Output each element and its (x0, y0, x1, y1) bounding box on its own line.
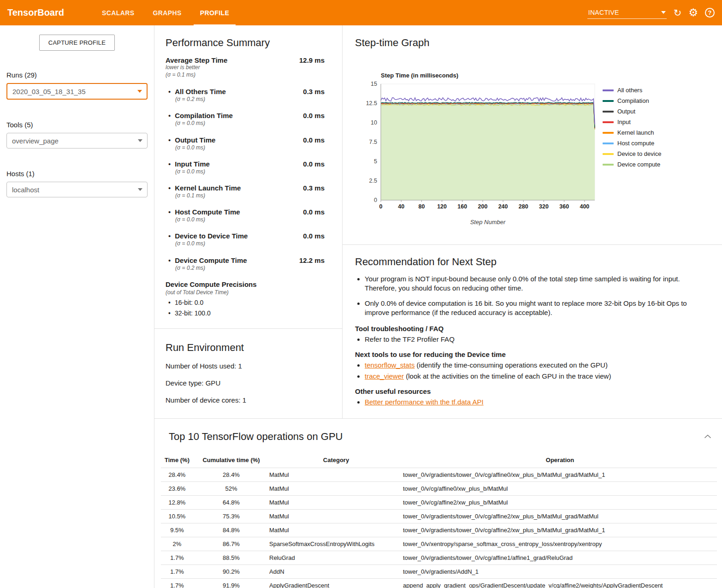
overview-columns: Performance Summary Average Step Time lo… (154, 25, 722, 419)
help-icon[interactable]: ? (705, 8, 715, 18)
table-row: 1.7%90.2%AddNtower_0/v/gradients/AddN_1 (161, 565, 717, 579)
cell-time: 28.4% (161, 468, 193, 482)
runs-label: Runs (29) (6, 71, 154, 79)
cell-time: 10.5% (161, 510, 193, 523)
status-dropdown[interactable]: INACTIVE (587, 7, 667, 19)
legend-label: Compilation (617, 97, 649, 104)
performance-summary-section: Performance Summary Average Step Time lo… (154, 25, 342, 329)
cell-cat: MatMul (269, 523, 403, 537)
legend-label: Device compute (617, 161, 660, 168)
perf-summary-item: Input Time(σ = 0.0 ms)0.0 ms (166, 160, 325, 175)
faq-heading: Tool troubleshooting / FAQ (355, 325, 707, 333)
table-row: 1.7%88.5%ReluGradtower_0/v/gradients/tow… (161, 551, 717, 565)
metric-sigma: (σ = 0.1 ms) (175, 192, 241, 199)
precision-item: 32-bit: 100.0 (168, 309, 325, 317)
tools-dropdown-value: overview_page (12, 137, 59, 145)
table-row: 28.4%28.4%MatMultower_0/v/gradients/towe… (161, 468, 717, 482)
cell-time: 23.6% (161, 482, 193, 496)
faq-item: Refer to the TF2 Profiler FAQ (365, 335, 707, 343)
tools-dropdown[interactable]: overview_page (6, 133, 148, 148)
cell-cat: MatMul (269, 482, 403, 496)
cell-cum: 75.3% (193, 510, 269, 523)
trace_viewer-link[interactable]: trace_viewer (365, 372, 404, 380)
left-column: Performance Summary Average Step Time lo… (154, 25, 343, 418)
legend-label: Kernel launch (617, 129, 654, 136)
legend-swatch (603, 121, 614, 123)
run-environment-lines: Number of Hosts used: 1Device type: GPUN… (166, 362, 331, 404)
legend-item: Device to device (603, 150, 661, 157)
average-step-time-sigma: (σ = 0.1 ms) (166, 71, 227, 79)
metric-sigma: (σ = 0.0 ms) (175, 240, 248, 247)
runs-dropdown[interactable]: 2020_03_05_18_31_35 (6, 83, 148, 100)
svg-text:0: 0 (374, 197, 377, 203)
recommendation-bullet: Your program is NOT input-bound because … (365, 274, 707, 293)
cell-time: 1.7% (161, 565, 193, 579)
svg-text:15: 15 (371, 81, 377, 87)
metric-label: Host Compute Time (166, 208, 240, 216)
table-row: 10.5%75.3%MatMultower_0/v/gradients/towe… (161, 510, 717, 523)
cell-cat: MatMul (269, 510, 403, 523)
top-ops-title: Top 10 TensorFlow operations on GPU (169, 431, 343, 443)
legend-swatch (603, 164, 614, 166)
run-environment-line: Number of Hosts used: 1 (166, 362, 331, 370)
metric-label: Output Time (166, 136, 215, 144)
collapse-icon[interactable] (704, 434, 711, 439)
metric-label: Kernel Launch Time (166, 184, 241, 192)
cell-op: append_apply_gradient_ops/GradientDescen… (403, 579, 717, 588)
svg-text:12.5: 12.5 (366, 100, 377, 107)
recommendation-section: Recommendation for Next Step Your progra… (343, 245, 722, 418)
next-tool-description: (identify the time-consuming operations … (414, 361, 608, 369)
capture-profile-button[interactable]: CAPTURE PROFILE (39, 35, 115, 51)
svg-text:10: 10 (371, 119, 377, 126)
run-environment-line: Device type: GPU (166, 379, 331, 387)
legend-item: Device compute (603, 161, 661, 168)
perf-summary-item: Kernel Launch Time(σ = 0.1 ms)0.3 ms (166, 184, 325, 199)
run-environment-section: Run Environment Number of Hosts used: 1D… (154, 329, 342, 426)
recommendation-bullets: Your program is NOT input-bound because … (355, 274, 707, 317)
legend-item: Compilation (603, 97, 661, 104)
col-time: Time (%) (161, 453, 193, 468)
cell-cat: AddN (269, 565, 403, 579)
svg-text:80: 80 (418, 203, 425, 210)
tfdata-api-link[interactable]: Better performance with the tf.data API (365, 398, 484, 406)
svg-text:360: 360 (559, 203, 569, 210)
page-content: CAPTURE PROFILE Runs (29) 2020_03_05_18_… (0, 25, 722, 588)
metric-sigma: (σ = 0.2 ms) (175, 95, 226, 103)
legend-label: Host compute (617, 140, 654, 147)
legend-swatch (603, 132, 614, 134)
cell-time: 1.7% (161, 551, 193, 565)
svg-text:0: 0 (379, 203, 383, 210)
legend-item: Output (603, 108, 661, 115)
table-row: 12.8%64.8%MatMultower_0/v/cg/affine2/xw_… (161, 496, 717, 510)
metric-value: 0.0 ms (303, 208, 325, 223)
svg-text:Step Time (in milliseconds): Step Time (in milliseconds) (381, 72, 458, 79)
cell-cat: MatMul (269, 496, 403, 510)
next-tool-item: trace_viewer (look at the activities on … (365, 372, 707, 380)
tensorflow_stats-link[interactable]: tensorflow_stats (365, 361, 414, 369)
gear-icon[interactable]: ⚙ (688, 7, 698, 18)
metric-value: 12.2 ms (299, 256, 325, 272)
svg-text:120: 120 (437, 203, 447, 210)
svg-text:40: 40 (398, 203, 404, 210)
metric-label: Device to Device Time (166, 232, 248, 240)
tab-graphs[interactable]: GRAPHS (146, 0, 188, 25)
next-tool-item: tensorflow_stats (identify the time-cons… (365, 361, 707, 369)
hosts-dropdown[interactable]: localhost (6, 182, 148, 197)
refresh-icon[interactable]: ↻ (674, 8, 682, 18)
table-row: 9.5%84.8%MatMultower_0/v/gradients/tower… (161, 523, 717, 537)
cell-op: tower_0/v/gradients/AddN_1 (403, 565, 717, 579)
average-step-time-label: Average Step Time (166, 56, 227, 64)
svg-text:160: 160 (457, 203, 467, 210)
legend-item: All others (603, 87, 661, 94)
tab-profile[interactable]: PROFILE (194, 0, 236, 25)
run-environment-line: Number of device cores: 1 (166, 396, 331, 404)
legend-label: Device to device (617, 150, 661, 157)
step-time-graph-title: Step-time Graph (355, 37, 717, 49)
svg-text:200: 200 (478, 203, 488, 210)
col-operation: Operation (403, 453, 717, 468)
chevron-down-icon (137, 90, 142, 93)
tab-scalars[interactable]: SCALARS (95, 0, 141, 25)
app-title: TensorBoard (7, 7, 64, 18)
resources-heading: Other useful resources (355, 387, 707, 395)
svg-text:320: 320 (539, 203, 549, 210)
